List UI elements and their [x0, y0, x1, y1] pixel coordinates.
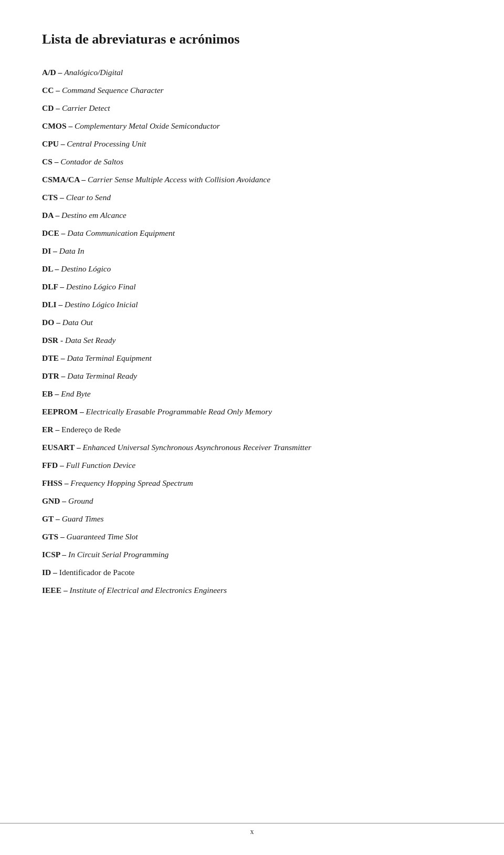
abbrev-value: Frequency Hopping Spread Spectrum — [70, 478, 193, 487]
list-item: CC – Command Sequence Character — [42, 84, 462, 97]
abbrev-value: Clear to Send — [66, 193, 111, 202]
abbrev-dash: – — [54, 211, 62, 220]
list-item: DCE – Data Communication Equipment — [42, 227, 462, 239]
list-item: DL – Destino Lógico — [42, 263, 462, 275]
abbrev-dash: – — [59, 353, 67, 362]
list-item: CPU – Central Processing Unit — [42, 138, 462, 150]
list-item: EUSART – Enhanced Universal Synchronous … — [42, 441, 462, 454]
abbrev-value: Destino Lógico — [61, 264, 111, 273]
abbrev-value: Full Function Device — [66, 461, 136, 470]
page-number: x — [250, 828, 254, 836]
abbrev-dash: – — [54, 103, 62, 112]
list-item: CMOS – Complementary Metal Oxide Semicon… — [42, 120, 462, 132]
abbrev-value: Ground — [68, 496, 93, 505]
abbrev-key: FFD — [42, 461, 58, 470]
abbrev-value: Data Out — [62, 318, 93, 327]
abbrev-dash: – — [52, 157, 61, 166]
abbrev-dash: – — [79, 175, 88, 184]
abbrev-value: Identificador de Pacote — [59, 568, 135, 577]
abbrev-value: Destino Lógico Final — [66, 282, 136, 291]
abbrev-key: DA — [42, 211, 54, 220]
abbrev-dash: – — [51, 246, 59, 255]
abbrev-dash: – — [59, 139, 67, 148]
abbrev-key: EB — [42, 389, 53, 398]
abbrev-value: Data In — [59, 246, 85, 255]
abbrev-key: ER — [42, 425, 54, 434]
abbrev-value: Data Set Ready — [65, 336, 116, 345]
abbrev-value: Guaranteed Time Slot — [67, 532, 138, 541]
list-item: DI – Data In — [42, 245, 462, 257]
abbrev-key: CMOS — [42, 121, 67, 130]
abbrev-key: DTR — [42, 371, 59, 380]
list-item: DO – Data Out — [42, 316, 462, 329]
list-item: CD – Carrier Detect — [42, 102, 462, 114]
page-footer: x — [0, 823, 504, 836]
abbrev-dash: – — [59, 228, 68, 237]
abbrev-value: Data Communication Equipment — [67, 228, 175, 237]
abbrev-value: Carrier Detect — [62, 103, 110, 112]
list-item: EEPROM – Electrically Erasable Programma… — [42, 405, 462, 418]
abbreviations-list: A/D – Analógico/DigitalCC – Command Sequ… — [42, 66, 462, 597]
abbrev-value: Central Processing Unit — [67, 139, 146, 148]
abbrev-key: DTE — [42, 353, 59, 362]
abbrev-dash: – — [51, 568, 59, 577]
abbrev-key: CPU — [42, 139, 59, 148]
abbrev-key: EUSART — [42, 443, 75, 452]
abbrev-value: Analógico/Digital — [64, 68, 123, 77]
abbrev-key: CTS — [42, 193, 58, 202]
abbrev-dash: – — [61, 586, 70, 595]
abbrev-dash: – — [54, 425, 62, 434]
list-item: FFD – Full Function Device — [42, 459, 462, 472]
abbrev-dash: – — [78, 407, 86, 416]
list-item: A/D – Analógico/Digital — [42, 66, 462, 79]
list-item: DLF – Destino Lógico Final — [42, 280, 462, 293]
list-item: GT – Guard Times — [42, 513, 462, 525]
abbrev-dash: – — [57, 300, 65, 309]
abbrev-value: Institute of Electrical and Electronics … — [70, 586, 227, 595]
list-item: CSMA/CA – Carrier Sense Multiple Access … — [42, 173, 462, 186]
abbrev-dash: – — [58, 532, 67, 541]
abbrev-dash: – — [59, 371, 68, 380]
list-item: ID – Identificador de Pacote — [42, 566, 462, 579]
abbrev-key: DO — [42, 318, 54, 327]
abbrev-value: Destino em Alcance — [61, 211, 127, 220]
abbrev-value: Electrically Erasable Programmable Read … — [86, 407, 272, 416]
abbrev-value: In Circuit Serial Programming — [68, 550, 169, 559]
abbrev-key: CD — [42, 103, 54, 112]
abbrev-value: Contador de Saltos — [60, 157, 123, 166]
abbrev-dash: – — [58, 461, 66, 470]
abbrev-value: Carrier Sense Multiple Access with Colli… — [88, 175, 270, 184]
abbrev-value: Guard Times — [62, 514, 104, 523]
abbrev-value: Enhanced Universal Synchronous Asynchron… — [83, 443, 312, 452]
abbrev-key: CS — [42, 157, 52, 166]
abbrev-value: Data Terminal Equipment — [67, 353, 151, 362]
abbrev-key: GT — [42, 514, 54, 523]
page-title: Lista de abreviaturas e acrónimos — [42, 32, 462, 47]
list-item: DA – Destino em Alcance — [42, 209, 462, 222]
list-item: DSR - Data Set Ready — [42, 334, 462, 347]
abbrev-dash: - — [58, 336, 65, 345]
abbrev-key: ICSP — [42, 550, 60, 559]
abbrev-key: ID — [42, 568, 51, 577]
abbrev-dash: – — [54, 514, 62, 523]
abbrev-dash: – — [53, 389, 61, 398]
list-item: CTS – Clear to Send — [42, 191, 462, 204]
abbrev-key: CSMA/CA — [42, 175, 79, 184]
abbrev-dash: – — [58, 193, 66, 202]
abbrev-dash: – — [54, 86, 62, 95]
list-item: ICSP – In Circuit Serial Programming — [42, 548, 462, 561]
abbrev-key: A/D — [42, 68, 56, 77]
abbrev-key: CC — [42, 86, 54, 95]
abbrev-dash: – — [56, 68, 65, 77]
abbrev-key: FHSS — [42, 478, 62, 487]
abbrev-value: Complementary Metal Oxide Semiconductor — [75, 121, 220, 130]
list-item: DTR – Data Terminal Ready — [42, 370, 462, 382]
abbrev-key: DCE — [42, 228, 59, 237]
abbrev-dash: – — [75, 443, 83, 452]
abbrev-dash: – — [67, 121, 75, 130]
abbrev-value: Command Sequence Character — [62, 86, 164, 95]
abbrev-value: Endereço de Rede — [61, 425, 121, 434]
abbrev-key: DLI — [42, 300, 57, 309]
list-item: IEEE – Institute of Electrical and Elect… — [42, 584, 462, 597]
abbrev-dash: – — [62, 478, 71, 487]
